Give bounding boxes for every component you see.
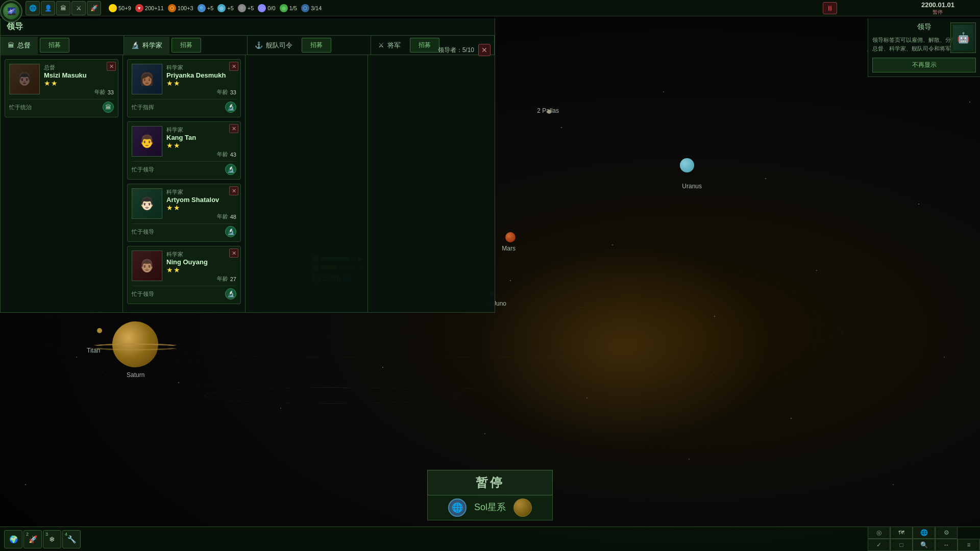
scientist-3-status: 忙于领导 [132,290,154,298]
leadership-tabs: 🏛 总督 招募 🔬 科学家 招募 ⚓ 舰队司令 招募 ⚔ 将军 招募 [1,36,495,55]
br-btn-5[interactable]: ✓ [868,539,890,551]
governor-stars: ★★ [44,79,114,87]
br-btn-1[interactable]: ◎ [868,527,890,539]
recruit-scientist-button[interactable]: 招募 [172,38,201,53]
tab-admiral[interactable]: ⚓ 舰队司令 [248,37,300,54]
top-icon-btn-3[interactable]: 🏛 [56,1,70,15]
mars-planet [505,232,516,242]
tab-scientist[interactable]: 🔬 科学家 [124,37,169,54]
leadership-title-bar: 领导 领导者：5/10 ✕ [1,18,495,36]
tab-governor[interactable]: 🏛 总督 [1,37,38,54]
tab-general[interactable]: ⚔ 将军 [371,37,408,54]
scientist-card-3: 👨🏽 科学家 Ning Ouyang ★★ 年龄 27 ✕ 忙于领导 [127,246,241,304]
dismiss-scientist-1-button[interactable]: ✕ [229,124,238,133]
governor-type: 总督 [44,64,114,71]
br-btn-3[interactable]: 🌐 [913,527,935,539]
energy-icon: ⚡ [109,4,117,12]
scientist-0-age-row: 年龄 33 [166,88,236,96]
scientist-2-status: 忙于领导 [132,228,154,236]
scientist-0-status-icon[interactable]: 🔬 [225,102,236,113]
scientist-3-portrait: 👨🏽 [132,251,162,281]
br-btn-9[interactable]: ≡ [958,539,980,551]
bottom-tab-number-3: 4 [65,532,67,537]
scientist-2-header: 👨🏻 科学家 Artyom Shatalov ★★ 年龄 48 ✕ [132,188,236,220]
saturn-container [112,321,158,367]
governor-age-row: 年龄 33 [44,88,114,96]
close-leadership-button[interactable]: ✕ [478,44,491,56]
resource-tech: ⚙ +5 [198,4,214,12]
scientist-3-age-row: 年龄 27 [166,275,236,283]
scientist-0-stars: ★★ [166,79,236,87]
scientist-1-portrait-inner: 👨 [132,127,162,156]
bottom-icon-btn-globe[interactable]: 🌍 [4,530,22,548]
scientist-1-type: 科学家 [166,126,236,134]
resource-naval: ⬡ 3/14 [301,4,322,12]
tab-scientist-label: 科学家 [142,41,162,50]
top-icon-btn-4[interactable]: ⚔ [71,1,86,15]
resource-influence: ◎ +5 [217,4,234,12]
resource-minerals: ⬡ 100+3 [168,4,193,12]
scientist-0-type: 科学家 [166,64,236,71]
tab-section-admiral: ⚓ 舰队司令 招募 [248,36,371,55]
scientist-1-age-label: 年龄 [217,151,228,158]
sol-icon-right[interactable] [513,498,532,517]
governor-age-value: 33 [108,89,114,95]
pause-button[interactable]: ⏸ [823,2,837,14]
br-btn-7[interactable]: 🔍 [913,539,935,551]
scientist-1-stars: ★★ [166,141,236,149]
br-btn-6[interactable]: □ [890,539,913,551]
alloys-value: 0/0 [267,5,275,11]
titan-dot [97,328,102,333]
admiral-column [246,55,368,312]
top-icon-btn-2[interactable]: 👤 [41,1,55,15]
minerals-value: 100+3 [178,5,193,11]
system-name-text: Sol星系 [474,502,506,512]
governor-card-0: 👨🏿 总督 Msizi Masuku ★★ 年龄 33 ✕ 忙于统治 [5,59,118,117]
dismiss-scientist-2-button[interactable]: ✕ [229,186,238,195]
dismiss-governor-button[interactable]: ✕ [107,62,116,71]
pallas-label: 2 Pallas [537,107,559,114]
resource-unity: ⚙ +5 [238,4,254,12]
resource-consumer: ◎ 1/5 [280,4,297,12]
top-icon-btn-1[interactable]: 🌐 [26,1,40,15]
scientist-0-status: 忙于指挥 [132,104,154,111]
scientist-3-stars: ★★ [166,266,236,274]
tab-governor-icon: 🏛 [8,41,14,49]
top-bar: 🌌 🌐 👤 🏛 ⚔ 🚀 ⚡ 50+9 ♥ 200+11 ⬡ 100+3 ⚙ +5… [0,0,980,16]
governor-column: 👨🏿 总督 Msizi Masuku ★★ 年龄 33 ✕ 忙于统治 [1,55,123,312]
scientist-3-status-icon[interactable]: 🔬 [225,288,236,299]
bottom-icon-btn-1[interactable]: 2 🚀 [23,530,42,548]
scientist-1-status-icon[interactable]: 🔬 [225,164,236,175]
governor-status-icon[interactable]: 🏛 [103,102,114,113]
recruit-governor-button[interactable]: 招募 [40,38,69,53]
nebula [470,245,776,449]
game-logo[interactable]: 🌌 [0,0,22,22]
scientist-2-portrait-inner: 👨🏻 [132,189,162,218]
bottom-icon-btn-3[interactable]: 4 🔧 [62,530,81,548]
game-logo-inner: 🌌 [3,3,19,19]
bottom-icon-btn-2[interactable]: 3 ❄ [43,530,61,548]
uranus-label: Uranus [682,183,702,190]
recruit-general-button[interactable]: 招募 [410,38,439,53]
dismiss-scientist-3-button[interactable]: ✕ [229,248,238,258]
consumer-value: 1/5 [289,5,297,11]
scientist-3-name: Ning Ouyang [166,258,236,266]
mars-container [505,232,516,242]
br-btn-8[interactable]: ↔ [935,539,958,551]
scientist-3-portrait-inner: 👨🏽 [132,251,162,281]
tech-icon: ⚙ [198,4,206,12]
scientist-1-portrait: 👨 [132,126,162,157]
br-btn-4[interactable]: ⚙ [935,527,958,539]
sol-icon-left[interactable]: 🌐 [448,498,467,517]
top-icon-btn-5[interactable]: 🚀 [87,1,101,15]
avatar-image: 🤖 [953,25,973,51]
unity-icon: ⚙ [238,4,246,12]
governor-portrait: 👨🏿 [9,64,40,94]
no-show-button[interactable]: 不再显示 [872,58,976,72]
dismiss-scientist-0-button[interactable]: ✕ [229,62,238,71]
recruit-admiral-button[interactable]: 招募 [302,38,331,53]
scientist-2-type: 科学家 [166,188,236,196]
scientist-2-info: 科学家 Artyom Shatalov ★★ 年龄 48 [166,188,236,220]
br-btn-2[interactable]: 🗺 [890,527,913,539]
scientist-2-status-icon[interactable]: 🔬 [225,226,236,237]
